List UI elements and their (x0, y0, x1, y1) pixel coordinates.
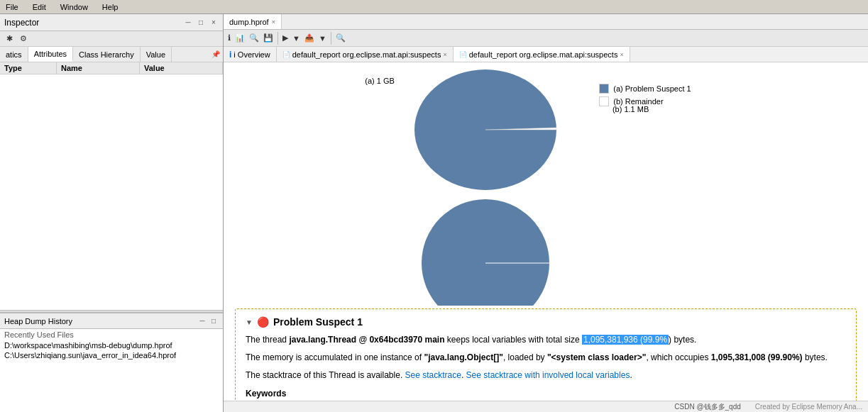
tab-suspects-2-close[interactable]: × (620, 51, 623, 58)
tab-overview-icon: i (229, 50, 231, 60)
pie-label-a: (a) 1 GB (365, 77, 395, 85)
tool-search-btn[interactable]: 🔍 (334, 31, 347, 45)
p3-dot: . (461, 370, 466, 380)
tab-attributes[interactable]: Attributes (28, 47, 73, 62)
inspector-tabs-row: atics Attributes Class Hierarchy Value 📌 (0, 47, 223, 62)
file-tab-label: dump.hprof (229, 18, 269, 26)
pie-chart-wrapper: (a) 1 GB (b) 1.1 MB (400, 69, 571, 301)
inspector-tab-icons: ─ □ × (183, 18, 219, 28)
p1-middle: keeps local variables with total size (445, 335, 582, 345)
col-value: Value (140, 62, 223, 74)
heap-dump-section: Heap Dump History ─ □ Recently Used File… (0, 313, 223, 412)
main-toolbar: ℹ 📊 🔍 💾 ▶ ▼ 📤 ▼ 🔍 (224, 30, 868, 47)
inspector-table: Type Name Value (0, 62, 223, 310)
problem-text-3: The stacktrace of this Thread is availab… (246, 369, 846, 382)
menu-edit[interactable]: Edit (30, 3, 49, 11)
col-type: Type (0, 62, 57, 74)
p2-end: bytes. (803, 352, 828, 362)
heap-dump-tab-bar: Heap Dump History ─ □ (0, 313, 223, 329)
inspector-maximize-icon[interactable]: □ (196, 18, 206, 28)
tool-thread-btn[interactable]: ▶ (281, 31, 290, 45)
link-see-stacktrace[interactable]: See stacktrace (405, 370, 461, 380)
heap-content: Recently Used Files D:\workspace\mashibi… (0, 329, 223, 412)
error-icon: 🔴 (257, 316, 269, 328)
link-see-stacktrace-vars[interactable]: See stacktrace with involved local varia… (466, 370, 630, 380)
tab-suspects-1-label: default_report org.eclipse.mat.api:suspe… (292, 50, 441, 59)
p2-before: The memory is accumulated in one instanc… (246, 352, 424, 362)
inspector-tool-star[interactable]: ✱ (3, 33, 16, 45)
bottom-bar: CSDN @钱多多_qdd Created by Eclipse Memory … (224, 401, 868, 412)
collapse-arrow-icon[interactable]: ▼ (246, 318, 253, 326)
file-tab-dump[interactable]: dump.hprof × (224, 14, 282, 29)
p1-bold1: java.lang.Thread @ 0x64bcd3970 main (289, 335, 444, 345)
menu-window[interactable]: Window (57, 3, 91, 11)
tab-suspects-2[interactable]: 📄 default_report org.eclipse.mat.api:sus… (454, 47, 630, 62)
file-tab-bar: dump.hprof × (224, 14, 868, 30)
menu-bar: File Edit Window Help (0, 0, 868, 14)
tab-suspects-2-label: default_report org.eclipse.mat.api:suspe… (469, 50, 618, 59)
pie-chart-svg (400, 69, 571, 190)
menu-file[interactable]: File (3, 3, 21, 11)
menu-help[interactable]: Help (99, 3, 121, 11)
legend-label-a: (a) Problem Suspect 1 (613, 84, 691, 93)
problem-title: Problem Suspect 1 (273, 316, 363, 328)
inspector-close-icon[interactable]: × (209, 18, 219, 28)
tool-separator-2 (331, 32, 331, 45)
pie-section: (a) 1 GB (b) 1.1 MB (235, 69, 857, 301)
tool-export-btn[interactable]: 📤 (303, 31, 316, 45)
tab-suspects-1[interactable]: 📄 default_report org.eclipse.mat.api:sus… (277, 47, 454, 62)
problem-header: ▼ 🔴 Problem Suspect 1 (246, 316, 846, 328)
content-scroll-area[interactable]: (a) 1 GB (b) 1.1 MB (224, 62, 868, 401)
legend-color-b (599, 96, 609, 106)
p2-bold2: "<system class loader>" (547, 352, 646, 362)
inspector-tab-bar: Inspector ─ □ × (0, 14, 223, 31)
inspector-tab-label: Inspector (4, 18, 183, 28)
heap-section-title: Recently Used Files (0, 329, 223, 340)
tool-info-btn[interactable]: ℹ (226, 31, 232, 45)
inspector-minimize-icon[interactable]: ─ (183, 18, 193, 28)
heap-file-2[interactable]: C:\Users\zhiqiang.sun\java_error_in_idea… (0, 350, 223, 360)
p2-bold1: "java.lang.Object[]" (424, 352, 502, 362)
p2-after: , which occupies (646, 352, 710, 362)
tab-suspects-1-close[interactable]: × (443, 51, 446, 58)
keywords-label: Keywords (246, 389, 846, 399)
pie-legend: (a) Problem Suspect 1 (b) Remainder (599, 84, 691, 106)
tool-dropdown2-btn[interactable]: ▼ (317, 31, 328, 45)
tab-overview[interactable]: i i Overview (224, 47, 277, 62)
tool-dropdown1-btn[interactable]: ▼ (291, 31, 302, 45)
heap-file-1[interactable]: D:\workspace\mashibing\msb-debug\dump.hp… (0, 340, 223, 350)
tab-suspects-1-icon: 📄 (282, 51, 290, 58)
heap-dump-label: Heap Dump History (4, 317, 194, 325)
heap-maximize-icon[interactable]: □ (209, 316, 219, 326)
inspector-pin-icon[interactable]: 📌 (209, 49, 223, 60)
p3-before: The stacktrace of this Thread is availab… (246, 370, 405, 380)
table-header: Type Name Value (0, 62, 223, 74)
inspector-tool-settings[interactable]: ⚙ (17, 33, 30, 45)
legend-item-a: (a) Problem Suspect 1 (599, 84, 691, 94)
p3-end: . (630, 370, 632, 380)
tab-suspects-2-icon: 📄 (459, 51, 467, 58)
tab-overview-label: i Overview (234, 50, 270, 59)
right-panel: dump.hprof × ℹ 📊 🔍 💾 ▶ ▼ 📤 ▼ 🔍 (224, 14, 868, 412)
heap-dump-icons: ─ □ (197, 316, 219, 326)
p2-middle: , loaded by (503, 352, 547, 362)
content-area: (a) 1 GB (b) 1.1 MB (224, 62, 868, 401)
svg-point-1 (422, 199, 549, 306)
content-tabs-row: i i Overview 📄 default_report org.eclips… (224, 47, 868, 62)
legend-color-a (599, 84, 609, 94)
tool-chart-btn[interactable]: 📊 (234, 31, 246, 45)
tool-separator-1 (278, 32, 278, 45)
tool-heap-btn[interactable]: 💾 (262, 31, 275, 45)
problem-suspect-section: ▼ 🔴 Problem Suspect 1 The thread java.la… (235, 308, 857, 401)
inspector-toolbar: ✱ ⚙ (0, 31, 223, 47)
heap-minimize-icon[interactable]: ─ (197, 316, 207, 326)
tool-object-btn[interactable]: 🔍 (248, 31, 260, 45)
tab-atics[interactable]: atics (0, 47, 28, 62)
p1-after: ) bytes. (669, 335, 696, 345)
file-tab-close-icon[interactable]: × (272, 18, 275, 26)
tab-value[interactable]: Value (141, 47, 172, 62)
tab-class-hierarchy[interactable]: Class Hierarchy (73, 47, 141, 62)
problem-text-1: The thread java.lang.Thread @ 0x64bcd397… (246, 333, 846, 347)
csdn-label: CSDN @钱多多_qdd (674, 402, 741, 412)
problem-text-2: The memory is accumulated in one instanc… (246, 351, 846, 364)
